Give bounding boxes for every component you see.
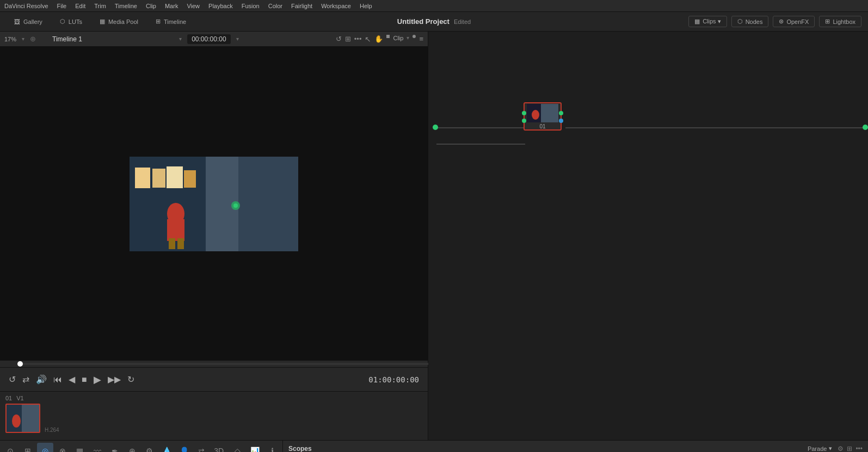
clip-more-icon[interactable]: ≡ (419, 35, 423, 44)
dot-indicator (386, 35, 390, 38)
tool-arrows-btn[interactable]: ⇄ (193, 443, 210, 453)
prev-frame-btn[interactable]: ◀ (69, 374, 75, 385)
menu-brand[interactable]: DaVinci Resolve (4, 3, 48, 9)
timeline-label: Timeline 1 (52, 35, 82, 43)
svg-rect-5 (184, 170, 196, 188)
tool-gear-btn[interactable]: ⚙ (141, 443, 158, 453)
menu-fusion[interactable]: Fusion (242, 3, 260, 9)
tab-timeline-label: Timeline (164, 18, 186, 25)
tool-droplet-btn[interactable]: 💧 (158, 443, 175, 453)
clip-codec: H.264 (45, 427, 59, 433)
tool-info-btn[interactable]: ℹ (264, 443, 280, 453)
scopes-more-icon[interactable]: ••• (855, 445, 863, 453)
clip-id: 01 (5, 395, 12, 401)
tab-gallery[interactable]: 🖼 Gallery (7, 16, 50, 27)
tool-person-btn[interactable]: 👤 (176, 443, 192, 453)
audio-btn[interactable]: 🔊 (36, 374, 47, 385)
nodes-tab-btn[interactable]: ⬡ Nodes (731, 16, 769, 27)
tool-diamond-btn[interactable]: ◇ (229, 443, 245, 453)
menu-help[interactable]: Help (360, 3, 372, 9)
media-pool-icon: ▦ (100, 18, 105, 25)
node-preview-svg (527, 104, 558, 122)
menu-mark[interactable]: Mark (165, 3, 178, 9)
clip-track: V1 (16, 395, 23, 401)
loop-btn[interactable]: ↻ (127, 374, 134, 385)
sync2-btn[interactable]: ⇄ (22, 374, 29, 385)
clip-info-row: 01 V1 (5, 395, 422, 401)
nav-right: ▦ Clips ▾ ⬡ Nodes ⊛ OpenFX ⊞ Lightbox (688, 16, 861, 27)
scrubber-thumb[interactable] (17, 361, 23, 367)
menu-file[interactable]: File (57, 3, 67, 9)
menu-edit[interactable]: Edit (75, 3, 85, 9)
scopes-expand-icon[interactable]: ⊞ (847, 445, 852, 453)
rotate-icon[interactable]: ↺ (336, 35, 342, 44)
stop-btn[interactable]: ■ (82, 375, 87, 385)
zoom-dropdown-icon[interactable]: ▾ (22, 36, 24, 42)
openfx-tab-btn[interactable]: ⊛ OpenFX (773, 16, 815, 27)
clip-thumbnail[interactable] (5, 404, 40, 433)
menu-view[interactable]: View (187, 3, 200, 9)
tool-select-btn[interactable]: ⊗ (54, 443, 71, 453)
clips-tab-btn[interactable]: ▦ Clips ▾ (688, 16, 727, 27)
next-frame-btn[interactable]: ▶▶ (108, 374, 121, 385)
grid-icon[interactable]: ⊞ (345, 35, 351, 44)
svg-point-13 (233, 203, 238, 208)
tab-media-pool-label: Media Pool (108, 18, 138, 25)
svg-rect-17 (22, 405, 40, 433)
tool-chart-btn[interactable]: 📊 (247, 443, 263, 453)
scopes-mode[interactable]: Parade ▾ (808, 445, 832, 452)
tool-window-btn[interactable]: ◎ (37, 443, 53, 453)
svg-rect-7 (167, 219, 184, 241)
nodes-view: 01 (428, 32, 868, 440)
tool-3d-btn[interactable]: 3D (211, 443, 227, 453)
timecode-dropdown-icon[interactable]: ▾ (236, 36, 239, 42)
menu-color[interactable]: Color (268, 3, 282, 9)
tool-tracker-btn[interactable]: ▦ (72, 443, 88, 453)
tab-timeline[interactable]: ⊞ Timeline (148, 16, 194, 27)
menu-fairlight[interactable]: Fairlight (291, 3, 312, 9)
gallery-icon: 🖼 (14, 18, 20, 25)
tool-curves-btn[interactable]: 〰 (89, 443, 106, 453)
tool-viewer-btn[interactable]: ⊙ (2, 443, 19, 453)
nodes-icon: ⬡ (737, 18, 743, 25)
menu-clip[interactable]: Clip (146, 3, 156, 9)
node-box-01[interactable]: 01 (524, 102, 562, 131)
node-label: 01 (539, 123, 545, 129)
play-btn[interactable]: ▶ (94, 374, 101, 386)
nodes-label: Nodes (746, 18, 763, 25)
scopes-header: Scopes Parade ▾ ⚙ ⊞ ••• (283, 441, 868, 452)
sync-btn[interactable]: ↺ (9, 374, 16, 385)
svg-rect-11 (238, 157, 298, 251)
video-toolbar-icons: ↺ ⊞ ••• ↖ ✋ Clip ▾ ≡ (336, 35, 423, 44)
clip-label: Clip (393, 35, 403, 44)
left-panel: 17% ▾ ⊕ Timeline 1 ▾ 00:00:00:00 ▾ ↺ ⊞ •… (0, 32, 428, 440)
project-name: Untitled Project (397, 17, 450, 26)
tab-media-pool[interactable]: ▦ Media Pool (92, 16, 146, 27)
scopes-settings-icon[interactable]: ⚙ (838, 445, 844, 453)
menu-workspace[interactable]: Workspace (321, 3, 351, 9)
lightbox-tab-btn[interactable]: ⊞ Lightbox (819, 16, 861, 27)
main-layout: 17% ▾ ⊕ Timeline 1 ▾ 00:00:00:00 ▾ ↺ ⊞ •… (0, 32, 868, 440)
scrubber-bar[interactable] (17, 363, 428, 365)
tool-grid-btn[interactable]: ⊞ (20, 443, 36, 453)
zoom-level: 17% (4, 36, 16, 42)
menu-trim[interactable]: Trim (94, 3, 106, 9)
edited-badge: Edited (454, 18, 471, 25)
tool-anchor-btn[interactable]: ⊕ (124, 443, 140, 453)
more-icon[interactable]: ••• (354, 35, 362, 44)
svg-rect-2 (135, 168, 150, 188)
timeline-dropdown-icon[interactable]: ▾ (179, 36, 182, 42)
playback-controls: ↺ ⇄ 🔊 ⏮ ◀ ■ ▶ ▶▶ ↻ 01:00:00:00 (0, 367, 428, 391)
right-output-dot (863, 125, 868, 130)
video-preview (0, 47, 428, 361)
skip-start-btn[interactable]: ⏮ (53, 375, 62, 385)
cursor-icon[interactable]: ↖ (365, 35, 371, 44)
clip-dropdown-icon[interactable]: ▾ (407, 35, 409, 44)
tool-pen-btn[interactable]: ✒ (107, 443, 123, 453)
menu-timeline[interactable]: Timeline (115, 3, 137, 9)
menu-playback[interactable]: Playback (208, 3, 233, 9)
openfx-icon: ⊛ (779, 18, 784, 25)
tab-luts[interactable]: ⬡ LUTs (52, 16, 90, 27)
hand-icon[interactable]: ✋ (374, 35, 383, 44)
clip-dot (413, 35, 416, 38)
